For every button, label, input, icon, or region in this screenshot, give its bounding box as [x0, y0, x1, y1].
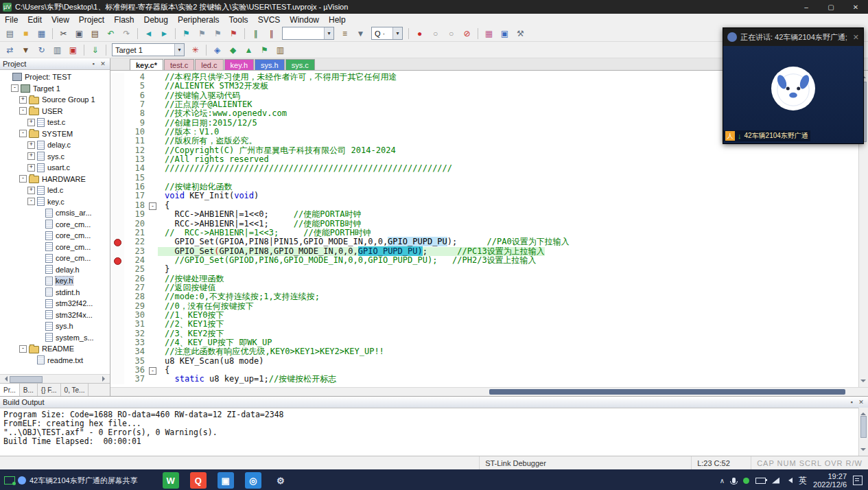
- menu-svcs[interactable]: SVCS: [253, 14, 285, 25]
- breakpoint-margin[interactable]: [110, 174, 124, 183]
- breakpoint-margin[interactable]: [110, 201, 124, 210]
- code-line-37[interactable]: 37 static u8 key_up=1;//按键按松开标志: [110, 375, 858, 384]
- cut-button[interactable]: ✂: [56, 27, 71, 40]
- tree-item-target-1[interactable]: -Target 1: [0, 83, 110, 95]
- breakpoint-margin[interactable]: [110, 128, 124, 137]
- breakpoint-margin[interactable]: [110, 91, 124, 100]
- new-file-button[interactable]: ▤: [3, 27, 17, 40]
- maximize-button[interactable]: ▢: [819, 0, 843, 14]
- tree-item-system-s[interactable]: system_s...: [0, 332, 110, 344]
- tree-item-core-cm[interactable]: core_cm...: [0, 230, 110, 242]
- scrollbar-thumb[interactable]: [860, 416, 867, 438]
- chevron-up-icon[interactable]: ∧: [720, 477, 725, 485]
- scroll-left-icon[interactable]: [2, 376, 8, 382]
- breakpoint-margin[interactable]: [110, 119, 124, 128]
- menu-view[interactable]: View: [47, 14, 74, 25]
- tree-item-test-c[interactable]: +test.c: [0, 117, 110, 128]
- comment-button[interactable]: ∥: [248, 27, 263, 40]
- uncomment-button[interactable]: ∥: [264, 27, 279, 40]
- flag-section-button[interactable]: ⚑: [257, 43, 272, 56]
- nav-back-button[interactable]: ◄: [141, 27, 156, 40]
- battery-icon[interactable]: [755, 478, 766, 484]
- breakpoint-margin[interactable]: [110, 283, 124, 292]
- tree-item-core-cm[interactable]: core_cm...: [0, 253, 110, 264]
- breakpoint-margin[interactable]: [110, 191, 124, 200]
- breakpoint-margin[interactable]: [110, 82, 124, 91]
- bookmark-next-button[interactable]: ⚑: [211, 27, 225, 40]
- tab-sys-h[interactable]: sys.h: [255, 59, 285, 70]
- code-line-28[interactable]: 28//mode:0,不支持连续按;1,支持连续按;: [110, 292, 858, 301]
- breakpoint-margin[interactable]: [110, 210, 124, 219]
- chevron-down-icon[interactable]: ▾: [324, 27, 333, 39]
- network-icon[interactable]: [772, 478, 779, 484]
- tree-item-delay-h[interactable]: delay.h: [0, 264, 110, 276]
- menu-tools[interactable]: Tools: [224, 14, 253, 25]
- collapse-icon[interactable]: -: [27, 198, 35, 205]
- panel-tab-b[interactable]: B...: [20, 384, 38, 396]
- menu-file[interactable]: File: [0, 14, 23, 25]
- expand-icon[interactable]: +: [27, 119, 35, 126]
- tree-item-core-cm[interactable]: core_cm...: [0, 242, 110, 253]
- window-layout-button[interactable]: ▣: [497, 27, 512, 40]
- taskbar-clock[interactable]: 19:27 2022/12/6: [813, 472, 847, 489]
- tree-item-stm32f42[interactable]: stm32f42...: [0, 298, 110, 310]
- breakpoint-margin[interactable]: [110, 292, 124, 301]
- microphone-icon[interactable]: [732, 478, 736, 483]
- breakpoint-margin[interactable]: [110, 183, 124, 191]
- tab-key-c[interactable]: key.c*: [130, 59, 163, 70]
- collapse-icon[interactable]: -: [19, 130, 27, 137]
- action-center-icon[interactable]: [853, 476, 863, 485]
- bookmark-clear-button[interactable]: ⚑: [226, 27, 241, 40]
- goto-up-button[interactable]: ▲: [242, 43, 256, 56]
- save-file-button[interactable]: ▦: [34, 27, 49, 40]
- scroll-down-icon[interactable]: [860, 448, 866, 454]
- close-button[interactable]: ✕: [843, 0, 868, 14]
- bookmark-toggle-button[interactable]: ⚑: [179, 27, 193, 40]
- breakpoint-margin[interactable]: [110, 109, 124, 118]
- wps-icon[interactable]: W: [163, 472, 179, 489]
- expand-icon[interactable]: +: [27, 141, 35, 149]
- code-line-17[interactable]: 17void KEY_Init(void): [110, 191, 858, 200]
- expand-icon[interactable]: +: [27, 187, 35, 194]
- tab-sys-c[interactable]: sys.c: [285, 59, 315, 70]
- bookmark-prev-button[interactable]: ⚑: [195, 27, 209, 40]
- scrollbar-thumb[interactable]: [10, 376, 43, 383]
- copy-button[interactable]: ▣: [72, 27, 86, 40]
- palette-button[interactable]: ▦: [482, 27, 496, 40]
- code-line-19[interactable]: 19 RCC->AHB1ENR|=1<<0; //使能PORTA时钟: [110, 210, 858, 219]
- tree-item-hardware[interactable]: -HARDWARE: [0, 174, 110, 185]
- menu-window[interactable]: Window: [285, 14, 324, 25]
- tree-item-cmsis-ar[interactable]: cmsis_ar...: [0, 207, 110, 219]
- fold-collapse-icon[interactable]: -: [149, 367, 156, 375]
- menu-peripherals[interactable]: Peripherals: [173, 14, 224, 25]
- code-line-12[interactable]: 12//Copyright(C) 广州市星翼电子科技有限公司 2014-2024: [110, 146, 858, 155]
- code-line-22[interactable]: 22 GPIO_Set(GPIOA,PIN8|PIN15,GPIO_MODE_I…: [110, 237, 858, 246]
- tree-item-usart-c[interactable]: +usart.c: [0, 162, 110, 174]
- menu-help[interactable]: Help: [324, 14, 351, 25]
- panel-tab-0-te[interactable]: 0, Te...: [61, 384, 89, 396]
- settings-gear-icon[interactable]: ⚙: [272, 472, 289, 489]
- undo-button[interactable]: ↶: [104, 27, 118, 40]
- configure-wrench-button[interactable]: ⚒: [513, 27, 528, 40]
- panel-tab-f[interactable]: {} F...: [38, 384, 61, 396]
- screen-share-label[interactable]: 42车辆2104东野广通的屏幕共享: [30, 476, 138, 486]
- code-line-34[interactable]: 34//注意此函数有响应优先级,KEY0>KEY1>KEY2>KEY_UP!!: [110, 347, 858, 356]
- build-button[interactable]: ▼: [19, 43, 33, 56]
- code-line-15[interactable]: 15: [110, 174, 858, 183]
- code-line-14[interactable]: 14//////////////////////////////////////…: [110, 164, 858, 173]
- breakpoint-margin[interactable]: [110, 357, 124, 366]
- breakpoint-margin[interactable]: [110, 247, 124, 256]
- chevron-down-icon[interactable]: ▾: [174, 44, 184, 56]
- breakpoint-margin[interactable]: [110, 366, 124, 375]
- books-stack-button[interactable]: ▥: [273, 43, 288, 56]
- meeting-app-icon[interactable]: ▣: [218, 472, 234, 489]
- security-status-icon[interactable]: [743, 478, 749, 484]
- breakpoint-margin[interactable]: [110, 375, 124, 384]
- breakpoint-disable-button[interactable]: ○: [428, 27, 443, 40]
- breakpoint-margin[interactable]: [110, 73, 124, 82]
- pin-icon[interactable]: ▪: [89, 60, 97, 67]
- tree-item-readme[interactable]: -README: [0, 343, 110, 355]
- redo-button[interactable]: ↷: [119, 27, 134, 40]
- panel-tab-pr[interactable]: Pr...: [0, 384, 20, 396]
- qq-icon[interactable]: Q: [190, 472, 207, 489]
